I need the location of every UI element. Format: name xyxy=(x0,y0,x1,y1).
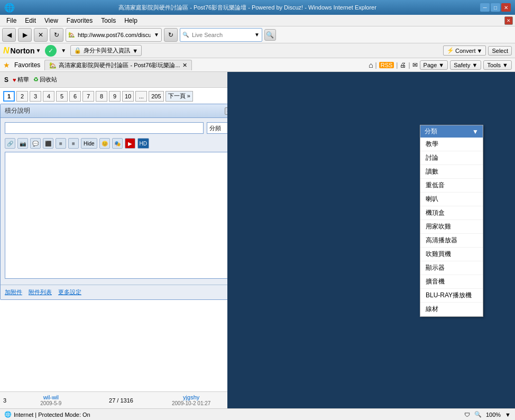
search-dropdown-icon[interactable]: ▼ xyxy=(254,32,260,38)
hd-tool-button[interactable]: HD xyxy=(137,138,149,149)
more-settings-link[interactable]: 更多設定 xyxy=(58,288,81,296)
address-input[interactable] xyxy=(76,29,153,41)
id-button[interactable]: 🔒 身分卡與登入資訊 ▼ xyxy=(70,45,142,56)
popup-toolbar: 🔗 📷 💬 ⬛ ≡ ≡ Hide 😊 🎭 ▶ HD 源碼 xyxy=(5,138,227,149)
menu-edit[interactable]: Edit xyxy=(21,16,40,25)
maximize-button[interactable]: □ xyxy=(491,3,500,12)
add-attachment-link[interactable]: 加附件 xyxy=(5,288,22,296)
live-search-icon: 🔍 xyxy=(182,32,189,38)
minimize-button[interactable]: ─ xyxy=(480,3,490,12)
row-reply-username[interactable]: yjgshy xyxy=(158,394,224,400)
popup-text-input[interactable] xyxy=(5,122,204,134)
link-tool-button[interactable]: 🔗 xyxy=(5,138,15,149)
popup-minimize-button[interactable]: ─ xyxy=(225,107,227,115)
popup-textarea[interactable] xyxy=(5,152,227,279)
page-button[interactable]: Page ▼ xyxy=(420,60,448,70)
row-username[interactable]: wil-wil xyxy=(18,394,84,400)
status-right: 🛡 🔍 100% ▼ xyxy=(464,411,511,418)
dropdown-item-9[interactable]: 顯示器 xyxy=(420,261,483,275)
dropdown-item-1[interactable]: 討論 xyxy=(420,151,483,165)
ie-logo: 🌐 xyxy=(4,3,15,13)
menu-favorites[interactable]: Favorites xyxy=(62,16,97,25)
page-btn-2[interactable]: 2 xyxy=(16,91,28,102)
forward-button[interactable]: ▶ xyxy=(18,28,32,42)
hide-tool-button[interactable]: Hide xyxy=(81,138,97,149)
page-btn-9[interactable]: 9 xyxy=(109,91,121,102)
page-btn-3[interactable]: 3 xyxy=(30,91,41,102)
search-button[interactable]: 🔍 xyxy=(264,29,276,41)
list-tool-button[interactable]: ≡ xyxy=(56,138,66,149)
page-btn-8[interactable]: 8 xyxy=(96,91,107,102)
menu-tools[interactable]: Tools xyxy=(97,16,120,25)
popup-panel: 積分說明 ─ □ ✕ 分頻 🔗 📷 💬 ⬛ xyxy=(0,104,227,300)
emoji-tool-button[interactable]: 😊 xyxy=(99,138,110,149)
video-tool-button[interactable]: ▶ xyxy=(125,138,135,149)
dropdown-item-6[interactable]: 用家吹雞 xyxy=(420,220,483,234)
dropdown-item-10[interactable]: 擴音機 xyxy=(420,275,483,289)
table-row-bottom: 3 wil-wil 2009-5-9 27 / 1316 yjgshy 2009… xyxy=(0,391,227,408)
select-button[interactable]: Select xyxy=(488,46,512,56)
safety-button[interactable]: Safety ▼ xyxy=(450,60,481,70)
print-icon[interactable]: 🖨 xyxy=(400,61,406,69)
refresh-button[interactable]: ↻ xyxy=(50,28,63,42)
favorites-star-icon: ★ xyxy=(3,61,10,69)
page-btn-4[interactable]: 4 xyxy=(43,91,54,102)
attachment-list-link[interactable]: 附件列表 xyxy=(29,288,52,296)
page-btn-6[interactable]: 6 xyxy=(69,91,81,102)
code-tool-button[interactable]: ⬛ xyxy=(43,138,53,149)
page-btn-last[interactable]: 205 xyxy=(149,91,163,102)
quote-tool-button[interactable]: 💬 xyxy=(30,138,41,149)
id-dropdown-icon: ▼ xyxy=(132,48,138,54)
face-tool-button[interactable]: 🎭 xyxy=(112,138,123,149)
page-btn-1[interactable]: 1 xyxy=(3,91,15,102)
norton-icon: N xyxy=(3,46,10,56)
stop-button[interactable]: ✕ xyxy=(34,28,48,42)
page-btn-7[interactable]: 7 xyxy=(82,91,94,102)
dropdown-item-12[interactable]: 線材 xyxy=(420,303,483,316)
row-reply-date: 2009-10-2 01:27 xyxy=(158,400,224,406)
popup-category-select[interactable]: 分頻 xyxy=(207,122,227,134)
main-content: S ♥ 精華 ♻ 回收站 1 2 3 4 5 6 7 8 9 10 ... 20… xyxy=(0,72,515,408)
home-icon[interactable]: ⌂ xyxy=(369,61,373,69)
align-tool-button[interactable]: ≡ xyxy=(68,138,79,149)
back-button[interactable]: ◀ xyxy=(2,28,16,42)
dropdown-item-4[interactable]: 喇叭 xyxy=(420,193,483,206)
favorites-label[interactable]: Favorites xyxy=(14,61,40,69)
convert-button[interactable]: ⚡ Convert ▼ xyxy=(443,45,486,56)
search-zoom-icon: 🔍 xyxy=(474,411,482,418)
bookmark-item[interactable]: ♥ 精華 xyxy=(13,76,29,84)
recycle-icon: ♻ xyxy=(33,76,39,83)
left-panel: S ♥ 精華 ♻ 回收站 1 2 3 4 5 6 7 8 9 10 ... 20… xyxy=(0,72,227,408)
image-tool-button[interactable]: 📷 xyxy=(17,138,28,149)
address-dropdown-icon[interactable]: ▼ xyxy=(154,32,159,38)
close-button[interactable]: ✕ xyxy=(501,3,511,12)
norton-check-dropdown[interactable]: ▼ xyxy=(61,48,66,53)
zoom-dropdown-icon[interactable]: ▼ xyxy=(505,412,511,418)
rss-icon[interactable]: RSS xyxy=(379,62,394,68)
dropdown-item-5[interactable]: 機頂盒 xyxy=(420,206,483,220)
page-btn-5[interactable]: 5 xyxy=(56,91,68,102)
norton-check-button[interactable]: ✓ xyxy=(45,45,57,57)
menu-view[interactable]: View xyxy=(40,16,62,25)
close-tab-button[interactable]: ✕ xyxy=(504,16,513,25)
tools-button[interactable]: Tools ▼ xyxy=(483,60,512,70)
page-btn-10[interactable]: 10 xyxy=(122,91,134,102)
email-icon[interactable]: ✉ xyxy=(412,61,418,69)
dropdown-item-2[interactable]: 讀數 xyxy=(420,165,483,179)
dropdown-item-11[interactable]: BLU-RAY播放機 xyxy=(420,289,483,303)
dropdown-item-8[interactable]: 吹雞買機 xyxy=(420,248,483,261)
page-next-button[interactable]: 下一頁 » xyxy=(165,91,193,102)
dropdown-item-7[interactable]: 高清播放器 xyxy=(420,234,483,248)
refresh-page-button[interactable]: ↻ xyxy=(164,28,178,42)
back-icon: ◀ xyxy=(7,31,12,39)
menu-help[interactable]: Help xyxy=(120,16,142,25)
recycle-item[interactable]: ♻ 回收站 xyxy=(33,76,57,84)
norton-dropdown-icon[interactable]: ▼ xyxy=(35,48,41,53)
live-search-input[interactable] xyxy=(190,29,253,41)
menu-file[interactable]: File xyxy=(2,16,21,25)
dropdown-header[interactable]: 分類 ▼ xyxy=(420,125,483,138)
tab-close-icon[interactable]: ✕ xyxy=(182,62,187,69)
favorites-tab[interactable]: 🏡 高清家庭影院與硬件討論區 - Post76影玩樂論... ✕ xyxy=(44,60,191,70)
dropdown-item-3[interactable]: 重低音 xyxy=(420,179,483,193)
dropdown-item-0[interactable]: 教學 xyxy=(420,138,483,151)
